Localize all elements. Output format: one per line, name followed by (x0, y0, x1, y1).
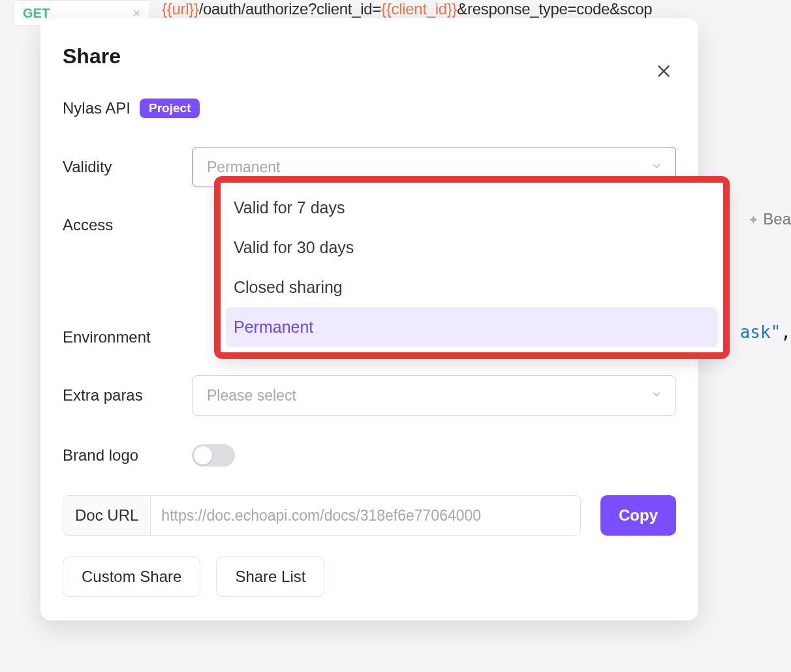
background-side-tab: ✦Bea (748, 210, 791, 228)
close-icon (655, 63, 672, 80)
brand-logo-row: Brand logo (63, 444, 676, 466)
validity-dropdown: Valid for 7 days Valid for 30 days Close… (217, 179, 727, 356)
share-modal: Share Nylas API Project Validity Permane… (40, 18, 698, 620)
access-label: Access (63, 216, 192, 234)
environment-label: Environment (63, 328, 192, 346)
validity-option-30-days[interactable]: Valid for 30 days (226, 228, 718, 267)
doc-url-label: Doc URL (63, 496, 151, 535)
url-text-2: &response_type=code&scop (457, 0, 652, 18)
side-tab-label: Bea (763, 210, 791, 228)
footer-buttons: Custom Share Share List (63, 557, 676, 597)
custom-share-button[interactable]: Custom Share (63, 557, 200, 597)
validity-option-permanent[interactable]: Permanent (226, 307, 718, 347)
project-badge: Project (140, 99, 200, 118)
validity-select-value: Permanent (207, 159, 281, 176)
extra-paras-label: Extra paras (63, 386, 192, 405)
background-json-fragment: ask", (740, 322, 791, 342)
extra-paras-row: Extra paras Please select (63, 375, 676, 416)
doc-url-input[interactable] (151, 496, 580, 535)
url-text-1: /oauth/authorize?client_id= (199, 0, 381, 18)
brand-logo-label: Brand logo (63, 446, 192, 465)
url-var-2: {{client_id}} (381, 0, 457, 18)
background-url-bar: {{url}}/oauth/authorize?client_id={{clie… (162, 0, 791, 20)
validity-label: Validity (63, 158, 192, 176)
brand-logo-toggle[interactable] (192, 444, 235, 466)
http-method-label: GET (23, 6, 50, 21)
toggle-knob (194, 446, 212, 465)
url-var-1: {{url}} (162, 0, 199, 18)
doc-url-row: Doc URL Copy (63, 495, 676, 536)
validity-dropdown-wrapper: Valid for 7 days Valid for 30 days Close… (217, 179, 727, 356)
extra-paras-select[interactable]: Please select (192, 375, 676, 416)
modal-title: Share (63, 44, 676, 69)
share-subhead: Nylas API Project (63, 99, 676, 118)
close-button[interactable] (653, 60, 675, 82)
doc-url-group: Doc URL (63, 495, 581, 536)
spark-icon: ✦ (748, 213, 759, 227)
validity-option-7-days[interactable]: Valid for 7 days (226, 188, 718, 228)
share-list-button[interactable]: Share List (216, 557, 324, 597)
json-punct: , (781, 322, 791, 342)
copy-button[interactable]: Copy (600, 495, 676, 536)
json-text: ask" (740, 322, 781, 342)
validity-option-closed[interactable]: Closed sharing (226, 267, 718, 307)
api-name: Nylas API (63, 99, 131, 117)
chevron-down-icon (651, 387, 662, 405)
chevron-down-icon (651, 159, 662, 176)
extra-paras-placeholder: Please select (207, 387, 296, 405)
